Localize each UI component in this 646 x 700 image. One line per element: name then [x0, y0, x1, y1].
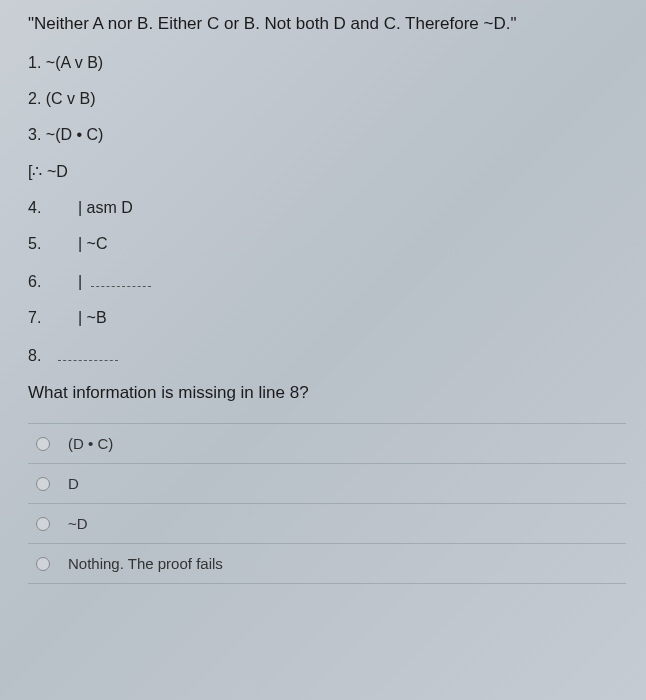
- option-b[interactable]: D: [28, 463, 626, 503]
- proof-num: 8.: [28, 347, 58, 365]
- answer-options: (D • C) D ~D Nothing. The proof fails: [28, 423, 626, 584]
- proof-line-7: 7. | ~B: [28, 309, 626, 327]
- radio-icon[interactable]: [36, 517, 50, 531]
- option-label: ~D: [68, 515, 88, 532]
- proof-content: |: [78, 271, 151, 291]
- question-prompt: What information is missing in line 8?: [28, 383, 626, 403]
- radio-icon[interactable]: [36, 437, 50, 451]
- option-label: (D • C): [68, 435, 113, 452]
- option-label: Nothing. The proof fails: [68, 555, 223, 572]
- proof-num: 7.: [28, 309, 58, 327]
- proof-line-6: 6. |: [28, 271, 626, 291]
- option-label: D: [68, 475, 79, 492]
- proof-steps: 4. | asm D 5. | ~C 6. | 7. | ~B 8.: [28, 199, 626, 365]
- proof-content: | ~C: [78, 235, 108, 253]
- proof-num: 5.: [28, 235, 58, 253]
- proof-num: 4.: [28, 199, 58, 217]
- proof-content: | ~B: [78, 309, 107, 327]
- proof-line-8: 8.: [28, 345, 626, 365]
- option-d[interactable]: Nothing. The proof fails: [28, 543, 626, 584]
- proof-line-4: 4. | asm D: [28, 199, 626, 217]
- conclusion-line: [∴ ~D: [28, 162, 626, 181]
- problem-statement: "Neither A nor B. Either C or B. Not bot…: [28, 14, 626, 34]
- blank-field: [58, 345, 118, 361]
- premise-2: 2. (C v B): [28, 90, 626, 108]
- option-a[interactable]: (D • C): [28, 423, 626, 463]
- proof-content: | asm D: [78, 199, 133, 217]
- proof-line-5: 5. | ~C: [28, 235, 626, 253]
- radio-icon[interactable]: [36, 477, 50, 491]
- premise-3: 3. ~(D • C): [28, 126, 626, 144]
- proof-num: 6.: [28, 273, 58, 291]
- radio-icon[interactable]: [36, 557, 50, 571]
- premise-1: 1. ~(A v B): [28, 54, 626, 72]
- blank-field: [91, 271, 151, 287]
- premises-list: 1. ~(A v B) 2. (C v B) 3. ~(D • C) [∴ ~D: [28, 54, 626, 181]
- option-c[interactable]: ~D: [28, 503, 626, 543]
